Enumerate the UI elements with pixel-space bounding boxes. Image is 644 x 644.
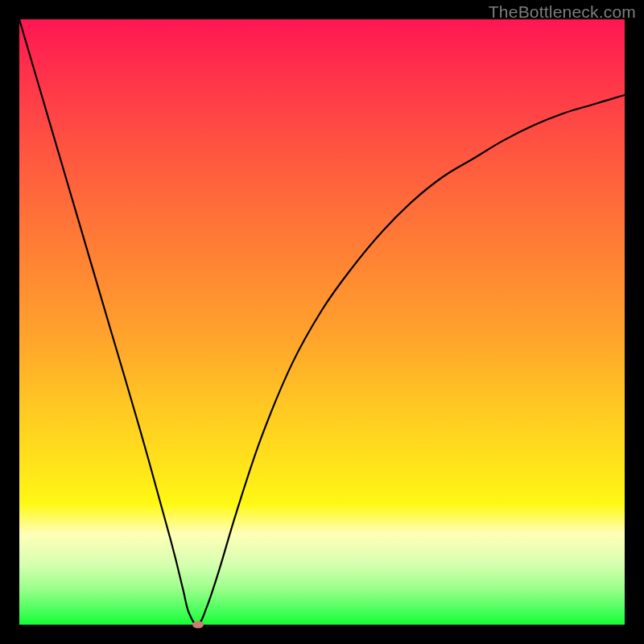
curve-path — [19, 19, 625, 625]
plot-area — [19, 19, 625, 625]
chart-frame: TheBottleneck.com — [0, 0, 644, 644]
bottleneck-curve — [19, 19, 625, 625]
minimum-marker — [192, 621, 204, 629]
